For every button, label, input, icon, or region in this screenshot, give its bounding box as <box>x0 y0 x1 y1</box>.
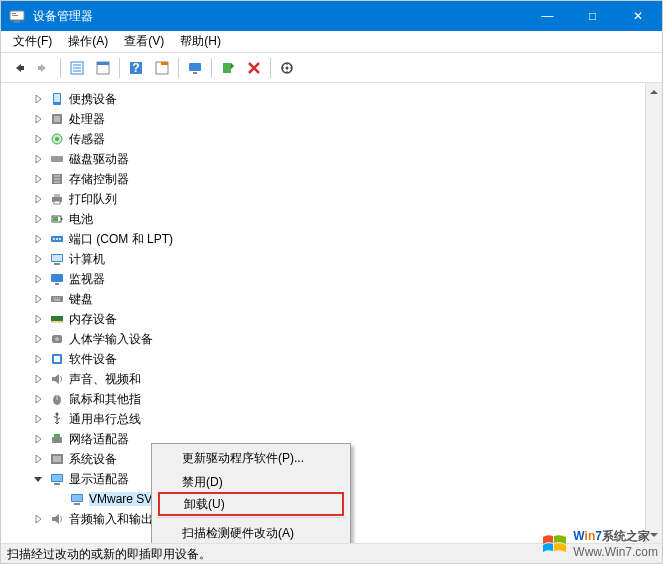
expander-icon[interactable] <box>31 272 45 286</box>
svg-point-18 <box>286 66 289 69</box>
monitor-icon <box>49 271 65 287</box>
menu-bar: 文件(F) 操作(A) 查看(V) 帮助(H) <box>1 31 662 53</box>
svg-text:?: ? <box>132 61 139 75</box>
toolbar-separator <box>60 58 61 78</box>
expander-icon[interactable] <box>31 112 45 126</box>
tree-node-label: 声音、视频和 <box>69 371 141 388</box>
help-icon[interactable]: ? <box>124 56 148 80</box>
svg-point-36 <box>56 238 58 240</box>
tree-node-label: 便携设备 <box>69 91 117 108</box>
tree-node[interactable]: 鼠标和其他指 <box>3 389 643 409</box>
expander-icon[interactable] <box>31 432 45 446</box>
tree-node[interactable]: 监视器 <box>3 269 643 289</box>
tree-node-label: 传感器 <box>69 131 105 148</box>
svg-rect-41 <box>51 274 63 282</box>
tree-node[interactable]: 磁盘驱动器 <box>3 149 643 169</box>
props-icon[interactable] <box>91 56 115 80</box>
back-icon[interactable] <box>6 56 30 80</box>
expander-icon[interactable] <box>31 152 45 166</box>
expander-icon[interactable] <box>31 332 45 346</box>
menu-action[interactable]: 操作(A) <box>60 31 116 52</box>
expander-icon[interactable] <box>31 192 45 206</box>
expander-icon[interactable] <box>31 252 45 266</box>
tree-node-label: 键盘 <box>69 291 93 308</box>
context-menu-item[interactable]: 禁用(D) <box>154 470 348 494</box>
tree-node[interactable]: 内存设备 <box>3 309 643 329</box>
tree-node-label: 音频输入和输出 <box>69 511 153 528</box>
tree-node[interactable]: 声音、视频和 <box>3 369 643 389</box>
tree-node[interactable]: 存储控制器 <box>3 169 643 189</box>
cpu-icon <box>49 111 65 127</box>
maximize-button[interactable]: □ <box>570 1 615 31</box>
tree-node-label: 系统设备 <box>69 451 117 468</box>
enable-icon[interactable] <box>216 56 240 80</box>
expander-icon[interactable] <box>31 132 45 146</box>
sound-icon <box>49 371 65 387</box>
menu-help[interactable]: 帮助(H) <box>172 31 229 52</box>
toolbar-separator <box>178 58 179 78</box>
expander-icon[interactable] <box>31 452 45 466</box>
tree-node[interactable]: 打印队列 <box>3 189 643 209</box>
scroll-up-icon[interactable] <box>646 83 662 100</box>
tree-node[interactable]: 电池 <box>3 209 643 229</box>
disable-icon[interactable] <box>242 56 266 80</box>
expander-icon[interactable] <box>31 232 45 246</box>
tree-node-label: 人体学输入设备 <box>69 331 153 348</box>
tree-node[interactable]: 人体学输入设备 <box>3 329 643 349</box>
expander-icon[interactable] <box>31 372 45 386</box>
tree-node-label: 网络适配器 <box>69 431 129 448</box>
expander-icon[interactable] <box>31 92 45 106</box>
svg-point-24 <box>55 137 59 141</box>
svg-rect-52 <box>52 437 62 443</box>
svg-rect-16 <box>223 63 231 73</box>
minimize-button[interactable]: — <box>525 1 570 31</box>
svg-rect-13 <box>161 62 168 65</box>
expander-icon[interactable] <box>31 472 45 486</box>
tree-node[interactable]: 传感器 <box>3 129 643 149</box>
svg-rect-57 <box>52 475 62 481</box>
context-menu-separator <box>156 517 346 518</box>
expander-icon[interactable] <box>31 312 45 326</box>
hid-icon <box>49 331 65 347</box>
expander-icon <box>51 492 65 506</box>
expander-icon[interactable] <box>31 412 45 426</box>
expander-icon[interactable] <box>31 212 45 226</box>
keyboard-icon <box>49 291 65 307</box>
details-icon[interactable] <box>65 56 89 80</box>
tree-node[interactable]: 键盘 <box>3 289 643 309</box>
expander-icon[interactable] <box>31 172 45 186</box>
svg-point-35 <box>53 238 55 240</box>
menu-view[interactable]: 查看(V) <box>116 31 172 52</box>
expander-icon[interactable] <box>31 352 45 366</box>
monitor-icon[interactable] <box>183 56 207 80</box>
expander-icon[interactable] <box>31 512 45 526</box>
expander-icon[interactable] <box>31 292 45 306</box>
tree-node[interactable]: 软件设备 <box>3 349 643 369</box>
svg-rect-39 <box>52 255 62 261</box>
scan-icon[interactable] <box>275 56 299 80</box>
scroll-track[interactable] <box>646 100 662 526</box>
tree-node-label: 打印队列 <box>69 191 117 208</box>
context-menu-item[interactable]: 卸载(U) <box>158 492 344 516</box>
svg-rect-61 <box>74 503 80 505</box>
vertical-scrollbar[interactable] <box>645 83 662 543</box>
pc-props-icon[interactable] <box>150 56 174 80</box>
svg-rect-30 <box>54 201 60 204</box>
tree-node[interactable]: 端口 (COM 和 LPT) <box>3 229 643 249</box>
context-menu-item[interactable]: 更新驱动程序软件(P)... <box>154 446 348 470</box>
context-menu-item[interactable]: 扫描检测硬件改动(A) <box>154 521 348 543</box>
tree-node[interactable]: 便携设备 <box>3 89 643 109</box>
title-bar: 设备管理器 — □ ✕ <box>1 1 662 31</box>
tree-node[interactable]: 通用串行总线 <box>3 409 643 429</box>
expander-icon[interactable] <box>31 392 45 406</box>
window-title: 设备管理器 <box>33 8 525 25</box>
tree-node[interactable]: 处理器 <box>3 109 643 129</box>
forward-icon[interactable] <box>32 56 56 80</box>
tree-node[interactable]: 计算机 <box>3 249 643 269</box>
menu-file[interactable]: 文件(F) <box>5 31 60 52</box>
close-button[interactable]: ✕ <box>615 1 660 31</box>
toolbar-separator <box>270 58 271 78</box>
tree-node-label: 软件设备 <box>69 351 117 368</box>
toolbar-separator <box>211 58 212 78</box>
system-icon <box>49 451 65 467</box>
